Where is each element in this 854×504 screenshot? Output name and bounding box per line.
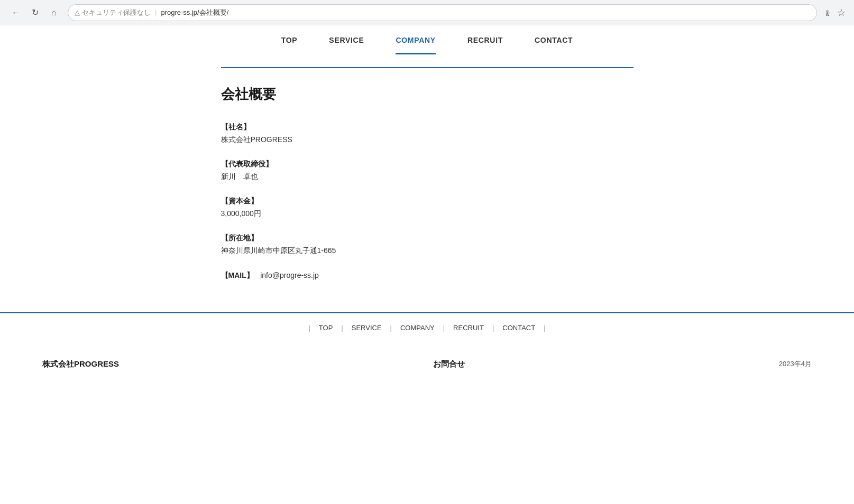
footer-nav-company[interactable]: COMPANY xyxy=(392,322,443,334)
address-divider: | xyxy=(155,8,157,16)
footer-nav-top[interactable]: TOP xyxy=(310,322,342,334)
address-bar[interactable]: △ セキュリティ保護なし | progre-ss.jp/会社概要/ xyxy=(68,4,817,21)
info-section-mail: 【MAIL】 info@progre-ss.jp xyxy=(221,270,633,281)
browser-chrome: ← ↻ ⌂ △ セキュリティ保護なし | progre-ss.jp/会社概要/ … xyxy=(0,0,854,25)
info-label-capital: 【資本金】 xyxy=(221,197,633,206)
info-label-address: 【所在地】 xyxy=(221,234,633,243)
footer-divider-5: | xyxy=(544,324,545,332)
back-button[interactable]: ← xyxy=(8,5,23,20)
home-button[interactable]: ⌂ xyxy=(47,5,61,20)
footer-contact-heading: お問合せ xyxy=(433,359,465,369)
footer-nav-recruit[interactable]: RECRUIT xyxy=(445,322,492,334)
footer-nav-service[interactable]: SERVICE xyxy=(343,322,390,334)
reload-button[interactable]: ↻ xyxy=(27,5,42,20)
info-section-address: 【所在地】 神奈川県川崎市中原区丸子通1-665 xyxy=(221,234,633,256)
nav-item-service[interactable]: SERVICE xyxy=(329,36,364,54)
info-section-company-name: 【社名】 株式会社PROGRESS xyxy=(221,123,633,145)
site-nav: TOP SERVICE COMPANY RECRUIT CONTACT xyxy=(0,25,854,54)
security-warning: △ セキュリティ保護なし xyxy=(75,8,151,17)
main-content: 会社概要 【社名】 株式会社PROGRESS 【代表取締役】 新川 卓也 【資本… xyxy=(200,67,655,281)
nav-item-top[interactable]: TOP xyxy=(281,36,298,54)
info-value-mail: info@progre-ss.jp xyxy=(260,271,319,279)
info-value-president: 新川 卓也 xyxy=(221,172,633,182)
footer-year: 2023年4月 xyxy=(779,359,812,369)
info-label-president: 【代表取締役】 xyxy=(221,160,633,169)
company-info: 【社名】 株式会社PROGRESS 【代表取締役】 新川 卓也 【資本金】 3,… xyxy=(221,123,633,281)
info-value-address: 神奈川県川崎市中原区丸子通1-665 xyxy=(221,246,633,256)
info-value-capital: 3,000,000円 xyxy=(221,209,633,219)
footer-bottom: 株式会社PROGRESS お問合せ 2023年4月 xyxy=(0,342,854,386)
browser-right-icons: ﹠ ☆ xyxy=(823,6,846,19)
footer-nav-contact[interactable]: CONTACT xyxy=(494,322,544,334)
footer-nav-bar: | TOP | SERVICE | COMPANY | RECRUIT | CO… xyxy=(0,312,854,342)
profile-icon[interactable]: ﹠ xyxy=(823,6,833,19)
extensions-icon[interactable]: ☆ xyxy=(837,7,846,18)
footer-company-name: 株式会社PROGRESS xyxy=(42,359,119,369)
info-label-mail: 【MAIL】 xyxy=(221,271,254,279)
url-text: progre-ss.jp/会社概要/ xyxy=(161,8,228,17)
top-rule xyxy=(221,67,633,68)
browser-controls: ← ↻ ⌂ xyxy=(8,5,61,20)
info-section-capital: 【資本金】 3,000,000円 xyxy=(221,197,633,219)
info-value-company-name: 株式会社PROGRESS xyxy=(221,135,633,145)
info-label-company-name: 【社名】 xyxy=(221,123,633,132)
warning-icon: △ xyxy=(75,8,80,16)
info-section-president: 【代表取締役】 新川 卓也 xyxy=(221,160,633,182)
nav-list: TOP SERVICE COMPANY RECRUIT CONTACT xyxy=(0,25,854,54)
nav-item-company[interactable]: COMPANY xyxy=(396,36,435,54)
nav-item-recruit[interactable]: RECRUIT xyxy=(467,36,503,54)
nav-item-contact[interactable]: CONTACT xyxy=(535,36,573,54)
page-title: 会社概要 xyxy=(221,85,633,104)
